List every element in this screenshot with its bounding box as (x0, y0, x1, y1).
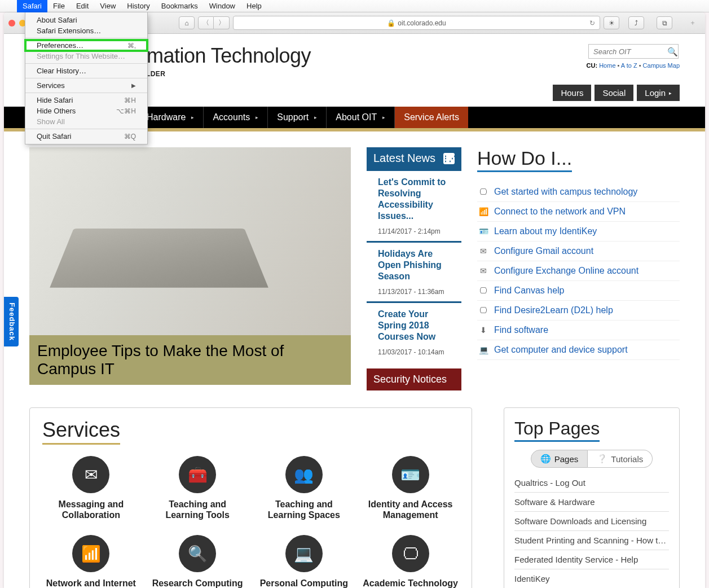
top-pages-section: Top Pages 🌐Pages ❔Tutorials Qualtrics - … (504, 407, 680, 588)
address-host: oit.colorado.edu (398, 19, 446, 27)
service-item[interactable]: 🧰Teaching and Learning Tools (149, 456, 246, 520)
service-item[interactable]: ✉Messaging and Collaboration (42, 456, 140, 520)
tab-tutorials[interactable]: ❔Tutorials (588, 450, 653, 468)
safari-menu-dropdown: About Safari Safari Extensions… Preferen… (25, 12, 148, 144)
reload-icon[interactable]: ↻ (589, 19, 595, 27)
service-item[interactable]: 📶Network and Internet Services (42, 535, 140, 588)
nav-about-oit[interactable]: About OIT▸ (327, 107, 395, 128)
menu-separator (25, 63, 147, 64)
news-timestamp: 11/13/2017 - 11:36am (378, 288, 455, 296)
latest-news-box: Latest News ⋮⋰ Let's Commit to Resolving… (367, 147, 461, 362)
chevron-right-icon: ▸ (191, 115, 194, 120)
service-item[interactable]: 🖵Academic Technology (362, 535, 459, 588)
top-pages-heading: Top Pages (514, 418, 600, 442)
menubar-window[interactable]: Window (204, 0, 241, 12)
tab-pages[interactable]: 🌐Pages (531, 450, 588, 468)
how-do-i-link[interactable]: Learn about my IdentiKey (494, 226, 597, 236)
service-label: Network and Internet Services (42, 578, 140, 588)
feedback-tab[interactable]: Feedback (4, 297, 19, 346)
news-link[interactable]: Create Your Spring 2018 Courses Now (378, 309, 455, 343)
menubar-file[interactable]: File (47, 0, 71, 12)
how-do-i-item[interactable]: 📶Connect to the network and VPN (477, 202, 680, 222)
menubar-help[interactable]: Help (241, 0, 267, 12)
top-page-item[interactable]: Student Printing and Scanning - How t… (514, 531, 669, 550)
menu-quit-safari[interactable]: Quit Safari⌘Q (25, 131, 147, 142)
top-page-item[interactable]: Qualtrics - Log Out (514, 473, 669, 493)
top-page-item[interactable]: Software Downloads and Licensing (514, 512, 669, 531)
nav-support[interactable]: Support▸ (268, 107, 327, 128)
how-do-i-link[interactable]: Find software (494, 325, 548, 335)
how-do-i-item[interactable]: ⬇Find software (477, 321, 680, 340)
how-do-i-link[interactable]: Connect to the network and VPN (494, 207, 626, 216)
top-page-item[interactable]: IdentiKey (514, 569, 669, 588)
menu-hide-others[interactable]: Hide Others⌥⌘H (25, 106, 147, 116)
forward-button[interactable]: 〉 (214, 16, 230, 29)
how-do-i-item[interactable]: ✉Configure Gmail account (477, 242, 680, 261)
item-icon: ⬇ (478, 326, 488, 335)
menu-preferences[interactable]: Preferences…⌘, (25, 40, 147, 51)
menu-safari-extensions[interactable]: Safari Extensions… (25, 25, 147, 36)
social-button[interactable]: Social (594, 85, 633, 101)
hero-image[interactable] (29, 147, 351, 335)
security-notices-button[interactable]: Security Notices (367, 368, 461, 390)
how-do-i-link[interactable]: Find Canvas help (494, 286, 565, 295)
item-icon: 💻 (478, 345, 488, 354)
nav-back-forward: 〈 〉 (198, 16, 230, 29)
service-label: Teaching and Learning Tools (149, 499, 246, 520)
service-item[interactable]: 🪪Identity and Access Management (362, 456, 459, 520)
menu-clear-history[interactable]: Clear History… (25, 65, 147, 76)
how-do-i-link[interactable]: Get started with campus technology (494, 187, 637, 196)
how-do-i-item[interactable]: 🖵Get started with campus technology (477, 182, 680, 202)
menu-about-safari[interactable]: About Safari (25, 15, 147, 25)
home-button[interactable]: ⌂ (179, 16, 195, 29)
how-do-i-link[interactable]: Configure Exchange Online account (494, 266, 638, 275)
login-button[interactable]: Login▸ (637, 85, 680, 101)
tabs-button[interactable]: ⧉ (657, 16, 672, 29)
service-item[interactable]: 🔍Research Computing (149, 535, 246, 588)
chevron-right-icon: ▸ (256, 115, 258, 120)
how-do-i-item[interactable]: 🪪Learn about my IdentiKey (477, 222, 680, 242)
globe-icon: 🌐 (540, 454, 551, 464)
how-do-i-item[interactable]: 🖵Find Canvas help (477, 281, 680, 301)
how-do-i-item[interactable]: 🖵Find Desire2Learn (D2L) help (477, 301, 680, 321)
top-pages-tabs: 🌐Pages ❔Tutorials (514, 450, 669, 468)
nav-accounts[interactable]: Accounts▸ (204, 107, 268, 128)
back-button[interactable]: 〈 (198, 16, 214, 29)
cu-home-link[interactable]: Home (599, 62, 615, 69)
search-icon[interactable]: 🔍 (665, 47, 680, 57)
cu-map-link[interactable]: Campus Map (643, 62, 680, 69)
top-page-item[interactable]: Federated Identity Service - Help (514, 550, 669, 569)
how-do-i-link[interactable]: Find Desire2Learn (D2L) help (494, 305, 613, 315)
top-page-item[interactable]: Software & Hardware (514, 493, 669, 512)
close-window-button[interactable] (8, 20, 15, 27)
menubar-bookmarks[interactable]: Bookmarks (156, 0, 204, 12)
rss-icon[interactable]: ⋮⋰ (443, 153, 455, 164)
how-do-i-item[interactable]: 💻Get computer and device support (477, 340, 680, 360)
service-label: Messaging and Collaboration (42, 499, 140, 520)
cu-az-link[interactable]: A to Z (621, 62, 637, 69)
service-item[interactable]: 👥Teaching and Learning Spaces (256, 456, 353, 520)
news-link[interactable]: Holidays Are Open Phishing Season (378, 248, 455, 282)
how-do-i-item[interactable]: ✉Configure Exchange Online account (477, 261, 680, 281)
share-button[interactable]: ⤴ (628, 16, 644, 29)
service-item[interactable]: 💻Personal Computing and Devices (256, 535, 353, 588)
how-do-i-link[interactable]: Get computer and device support (494, 345, 628, 354)
menubar-safari[interactable]: Safari (17, 0, 47, 12)
menu-show-all: Show All (25, 116, 147, 127)
reader-button[interactable]: ☀ (604, 16, 619, 29)
new-tab-button[interactable]: ＋ (685, 16, 701, 29)
address-bar[interactable]: 🔒 oit.colorado.edu ↻ (233, 16, 600, 30)
how-do-i-heading: How Do I... (477, 147, 572, 172)
menu-hide-safari[interactable]: Hide Safari⌘H (25, 95, 147, 106)
news-link[interactable]: Let's Commit to Resolving Accessibility … (378, 177, 455, 222)
how-do-i-link[interactable]: Configure Gmail account (494, 246, 593, 256)
nav-service-alerts[interactable]: Service Alerts (395, 107, 468, 128)
menubar-view[interactable]: View (94, 0, 121, 12)
shortcut-label: ⌘Q (124, 133, 136, 141)
menu-services[interactable]: Services▶ (25, 80, 147, 91)
hours-button[interactable]: Hours (553, 85, 591, 101)
item-icon: 🖵 (478, 306, 488, 315)
service-label: Teaching and Learning Spaces (256, 499, 353, 520)
menubar-edit[interactable]: Edit (71, 0, 94, 12)
menubar-history[interactable]: History (121, 0, 155, 12)
